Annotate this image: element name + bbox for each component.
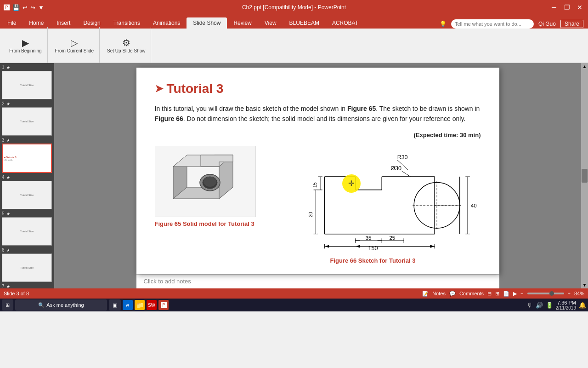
task-view-icon: ▣ [113, 302, 117, 308]
slide-body-text: In this tutorial, you will draw the basi… [155, 104, 481, 124]
zoom-slider-container [527, 293, 564, 294]
figure66-container: ✛ R30 Ø30 [265, 146, 481, 264]
ribbon-tabs: File Home Insert Design Transitions Anim… [0, 15, 588, 29]
title-bar: 🅿 💾 ↩ ↪ ▼ Ch2.ppt [Compatibility Mode] -… [0, 0, 588, 15]
workspace: 1★ Tutorial Slide 2★ Tutorial Slide 3★ [0, 63, 588, 288]
comments-label[interactable]: Comments [459, 291, 484, 296]
windows-icon: ⊞ [6, 302, 10, 308]
share-button[interactable]: Share [560, 20, 583, 28]
slide-thumb-7[interactable]: 7★ Tutorial Slide [2, 284, 52, 288]
svg-text:R30: R30 [397, 154, 407, 161]
search-lightbulb-icon: 💡 [440, 21, 447, 27]
window-controls: ─ ❐ ✕ [549, 4, 584, 11]
redo-icon[interactable]: ↪ [30, 4, 35, 11]
user-name: Qi Guo [538, 21, 556, 27]
slide-thumb-1[interactable]: 1★ Tutorial Slide [2, 65, 52, 99]
zoom-in-icon[interactable]: + [568, 291, 571, 296]
save-icon[interactable]: 💾 [12, 4, 20, 11]
view-normal-icon[interactable]: ⊟ [487, 291, 492, 297]
file-explorer-icon[interactable]: 📁 [135, 300, 145, 310]
tell-me-input[interactable] [451, 19, 534, 29]
task-view-button[interactable]: ▣ [109, 299, 121, 310]
notification-icon[interactable]: 🔔 [579, 302, 586, 309]
slide-thumb-3[interactable]: 3★ ➤ Tutorial 3 In this tutorial... [2, 138, 52, 173]
figure65-image [155, 146, 256, 217]
ribbon-section-start: ▶ From Beginning [4, 27, 48, 64]
slide-canvas[interactable]: ➤ Tutorial 3 In this tutorial, you will … [136, 68, 499, 274]
taskbar: ⊞ 🔍 Ask me anything ▣ e 📁 SW 🅿 🎙 🔊 🔋 7:3… [0, 299, 588, 311]
tab-acrobat[interactable]: ACROBAT [326, 17, 365, 29]
from-beginning-button[interactable]: ▶ From Beginning [7, 37, 44, 54]
restore-button[interactable]: ❐ [562, 4, 571, 11]
customize-icon[interactable]: ▼ [38, 4, 44, 11]
scroll-up-button[interactable]: ▲ [582, 63, 588, 70]
comments-icon[interactable]: 💬 [449, 291, 456, 297]
close-button[interactable]: ✕ [575, 4, 584, 11]
figures-row: Figure 65 Solid model for Tutorial 3 ✛ R… [155, 146, 481, 264]
figure66-svg: R30 Ø30 [265, 146, 481, 252]
svg-text:15: 15 [312, 182, 317, 188]
setup-slideshow-button[interactable]: ⚙ Set Up Slide Show [105, 37, 147, 54]
figure65-svg [159, 148, 251, 215]
search-bar[interactable]: 🔍 Ask me anything [15, 299, 107, 310]
taskbar-right: 🎙 🔊 🔋 7:36 PM 2/11/2019 🔔 [527, 300, 587, 310]
svg-text:25: 25 [389, 235, 395, 241]
minimize-button[interactable]: ─ [549, 4, 559, 11]
slide-info: Slide 3 of 8 [4, 291, 29, 296]
app-icon: 🅿 [4, 4, 10, 11]
tab-view[interactable]: View [258, 17, 283, 29]
quick-access-toolbar: 🅿 💾 ↩ ↪ ▼ [4, 4, 44, 11]
view-slideshow-icon[interactable]: ▶ [513, 291, 517, 297]
svg-text:150: 150 [368, 245, 378, 252]
slide-thumb-6[interactable]: 6★ Tutorial Slide [2, 247, 52, 282]
taskbar-icon-3[interactable]: 🔋 [546, 302, 553, 309]
start-button[interactable]: ⊞ [2, 299, 13, 310]
slide-thumb-5[interactable]: 5★ Tutorial Slide [2, 211, 52, 246]
zoom-level[interactable]: 84% [574, 291, 584, 296]
svg-rect-11 [267, 146, 479, 252]
notes-icon[interactable]: 📝 [422, 291, 429, 297]
svg-text:35: 35 [365, 235, 371, 241]
tab-bluebeam[interactable]: BLUEBEAM [283, 17, 326, 29]
scroll-down-button[interactable]: ▼ [582, 282, 588, 288]
ribbon-section-current: ▷ From Current Slide [50, 27, 100, 64]
svg-text:Ø30: Ø30 [390, 165, 401, 171]
tab-animations[interactable]: Animations [147, 17, 187, 29]
notes-panel: Click to add notes [136, 274, 499, 288]
slide-panel: 1★ Tutorial Slide 2★ Tutorial Slide 3★ [0, 63, 54, 288]
svg-text:40: 40 [470, 203, 476, 208]
slide-title: ➤ Tutorial 3 [155, 81, 481, 96]
notes-label[interactable]: Notes [432, 291, 446, 296]
right-status: 📝 Notes 💬 Comments ⊟ ⊞ 📄 ▶ − + 84% [422, 291, 584, 297]
slide-thumb-4[interactable]: 4★ Tutorial Slide [2, 175, 52, 209]
title-arrow-icon: ➤ [155, 83, 163, 95]
status-bar: Slide 3 of 8 📝 Notes 💬 Comments ⊟ ⊞ 📄 ▶ … [0, 288, 588, 299]
notes-placeholder[interactable]: Click to add notes [144, 278, 191, 285]
figure65-container: Figure 65 Solid model for Tutorial 3 [155, 146, 256, 264]
taskbar-icon-1[interactable]: 🎙 [527, 302, 533, 309]
figure65-caption: Figure 65 Solid model for Tutorial 3 [155, 220, 256, 228]
view-slide-sorter-icon[interactable]: ⊞ [495, 291, 499, 297]
from-current-button[interactable]: ▷ From Current Slide [53, 37, 96, 54]
ribbon-content: ▶ From Beginning ▷ From Current Slide ⚙ … [0, 29, 588, 63]
taskbar-time: 7:36 PM 2/11/2019 [556, 300, 577, 310]
cursor-circle: ✛ [342, 174, 361, 193]
zoom-out-icon[interactable]: − [520, 291, 523, 296]
slide-thumb-2[interactable]: 2★ Tutorial Slide [2, 101, 52, 136]
right-scrollbar[interactable]: ▲ ▼ [581, 63, 588, 288]
tab-slideshow[interactable]: Slide Show [187, 17, 227, 29]
tab-review[interactable]: Review [227, 17, 258, 29]
zoom-slider[interactable] [527, 293, 564, 294]
figure66-caption: Figure 66 Sketch for Tutorial 3 [265, 257, 481, 264]
taskbar-icon-2[interactable]: 🔊 [536, 302, 543, 309]
undo-icon[interactable]: ↩ [23, 4, 28, 11]
window-title: Ch2.ppt [Compatibility Mode] - PowerPoin… [242, 4, 346, 11]
powerpoint-icon[interactable]: 🅿 [158, 300, 169, 310]
edge-icon[interactable]: e [123, 300, 133, 310]
solidworks-icon[interactable]: SW [147, 300, 157, 310]
ribbon-section-setup: ⚙ Set Up Slide Show [102, 27, 151, 64]
scroll-thumb[interactable] [582, 169, 588, 183]
svg-point-10 [204, 177, 216, 187]
expected-time: (Expected time: 30 min) [155, 132, 481, 138]
view-reading-icon[interactable]: 📄 [503, 291, 509, 297]
